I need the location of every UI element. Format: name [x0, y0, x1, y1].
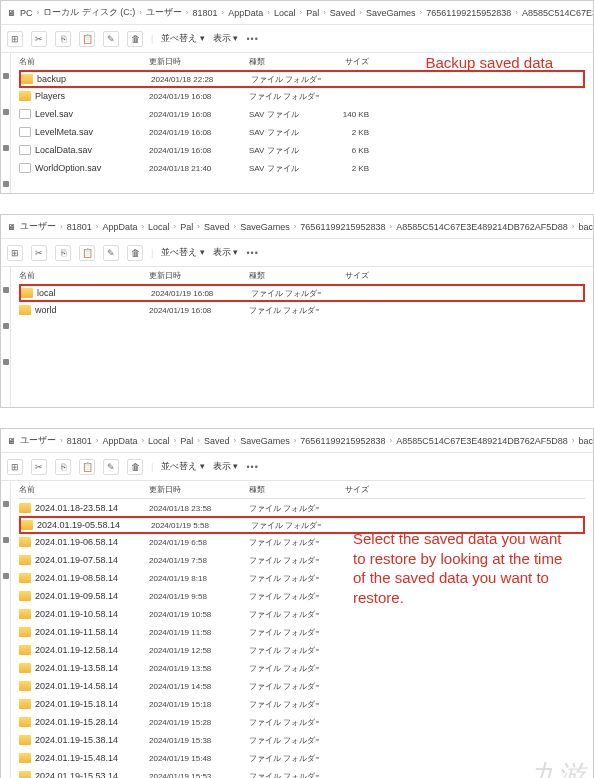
view-button[interactable]: 表示 ▾: [213, 246, 239, 259]
breadcrumb[interactable]: 🖥ユーザー›81801›AppData›Local›Pal›Saved›Save…: [1, 429, 593, 453]
breadcrumb-item[interactable]: 76561199215952838: [300, 436, 385, 446]
breadcrumb-item[interactable]: 81801: [67, 436, 92, 446]
breadcrumb-item[interactable]: backup: [578, 436, 593, 446]
breadcrumb-item[interactable]: ユーザー: [20, 220, 56, 233]
breadcrumb-item[interactable]: ローカル ディスク (C:): [43, 6, 135, 19]
file-row[interactable]: 2024.01.19-13.58.142024/01/19 13:58ファイル …: [19, 659, 585, 677]
breadcrumb-item[interactable]: A8585C514C67E3E489214DB762AF5D88: [396, 222, 568, 232]
file-row[interactable]: world2024/01/19 16:08ファイル フォルダー: [19, 301, 585, 319]
view-button[interactable]: 表示 ▾: [213, 460, 239, 473]
file-type: ファイル フォルダー: [249, 645, 319, 656]
delete-icon[interactable]: 🗑: [127, 31, 143, 47]
file-size: 140 KB: [319, 110, 369, 119]
file-row[interactable]: 2024.01.19-12.58.142024/01/19 12:58ファイル …: [19, 641, 585, 659]
file-row[interactable]: backup2024/01/18 22:28ファイル フォルダー: [19, 70, 585, 88]
file-row[interactable]: Players2024/01/19 16:08ファイル フォルダー: [19, 87, 585, 105]
sort-button[interactable]: 並べ替え ▾: [161, 32, 205, 45]
copy-icon[interactable]: ⎘: [55, 459, 71, 475]
file-row[interactable]: 2024.01.19-10.58.142024/01/19 10:58ファイル …: [19, 605, 585, 623]
breadcrumb-item[interactable]: ユーザー: [146, 6, 182, 19]
new-folder-icon[interactable]: ⊞: [7, 459, 23, 475]
file-name: 2024.01.19-05.58.14: [37, 520, 120, 530]
pc-icon[interactable]: 🖥: [7, 436, 16, 446]
file-row[interactable]: 2024.01.19-15.53.142024/01/19 15:53ファイル …: [19, 767, 585, 778]
breadcrumb-item[interactable]: 76561199215952838: [426, 8, 511, 18]
column-headers[interactable]: 名前更新日時種類サイズ: [19, 481, 585, 499]
sort-button[interactable]: 並べ替え ▾: [161, 246, 205, 259]
file-row[interactable]: WorldOption.sav2024/01/18 21:40SAV ファイル2…: [19, 159, 585, 177]
rename-icon[interactable]: ✎: [103, 459, 119, 475]
file-row[interactable]: 2024.01.19-15.28.142024/01/19 15:28ファイル …: [19, 713, 585, 731]
chevron-right-icon: ›: [197, 222, 200, 231]
file-row[interactable]: 2024.01.19-15.18.142024/01/19 15:18ファイル …: [19, 695, 585, 713]
file-row[interactable]: Level.sav2024/01/19 16:08SAV ファイル140 KB: [19, 105, 585, 123]
paste-icon[interactable]: 📋: [79, 31, 95, 47]
file-row[interactable]: LevelMeta.sav2024/01/19 16:08SAV ファイル2 K…: [19, 123, 585, 141]
breadcrumb-item[interactable]: AppData: [228, 8, 263, 18]
breadcrumb-item[interactable]: 81801: [193, 8, 218, 18]
breadcrumb-item[interactable]: Saved: [204, 222, 230, 232]
cut-icon[interactable]: ✂: [31, 31, 47, 47]
breadcrumb[interactable]: 🖥ユーザー›81801›AppData›Local›Pal›Saved›Save…: [1, 215, 593, 239]
file-row[interactable]: LocalData.sav2024/01/19 16:08SAV ファイル6 K…: [19, 141, 585, 159]
delete-icon[interactable]: 🗑: [127, 459, 143, 475]
delete-icon[interactable]: 🗑: [127, 245, 143, 261]
file-row[interactable]: local2024/01/19 16:08ファイル フォルダー: [19, 284, 585, 302]
breadcrumb-item[interactable]: 76561199215952838: [300, 222, 385, 232]
cut-icon[interactable]: ✂: [31, 459, 47, 475]
breadcrumb-item[interactable]: backup: [578, 222, 593, 232]
chevron-right-icon: ›: [294, 222, 297, 231]
breadcrumb-item[interactable]: A8585C514C67E3E489214DB762AF5D88: [396, 436, 568, 446]
file-list: 名前更新日時種類サイズbackup2024/01/18 22:28ファイル フォ…: [11, 53, 593, 193]
chevron-right-icon: ›: [299, 8, 302, 17]
breadcrumb-item[interactable]: Saved: [204, 436, 230, 446]
breadcrumb-item[interactable]: Saved: [330, 8, 356, 18]
pc-icon[interactable]: 🖥: [7, 222, 16, 232]
paste-icon[interactable]: 📋: [79, 245, 95, 261]
breadcrumb-item[interactable]: ユーザー: [20, 434, 56, 447]
breadcrumb-item[interactable]: A8585C514C67E3E489214DB762AF5D88: [522, 8, 593, 18]
more-button[interactable]: •••: [246, 248, 258, 258]
sort-button[interactable]: 並べ替え ▾: [161, 460, 205, 473]
breadcrumb-item[interactable]: SaveGames: [240, 436, 290, 446]
breadcrumb-item[interactable]: AppData: [102, 222, 137, 232]
breadcrumb-item[interactable]: Pal: [180, 222, 193, 232]
breadcrumb-item[interactable]: 81801: [67, 222, 92, 232]
file-row[interactable]: 2024.01.18-23.58.142024/01/18 23:58ファイル …: [19, 499, 585, 517]
new-folder-icon[interactable]: ⊞: [7, 245, 23, 261]
breadcrumb-item[interactable]: PC: [20, 8, 33, 18]
file-date: 2024/01/19 16:08: [151, 289, 251, 298]
file-row[interactable]: 2024.01.19-15.38.142024/01/19 15:38ファイル …: [19, 731, 585, 749]
rename-icon[interactable]: ✎: [103, 245, 119, 261]
copy-icon[interactable]: ⎘: [55, 31, 71, 47]
more-button[interactable]: •••: [246, 34, 258, 44]
view-button[interactable]: 表示 ▾: [213, 32, 239, 45]
breadcrumb-item[interactable]: SaveGames: [366, 8, 416, 18]
breadcrumb-item[interactable]: Local: [148, 436, 170, 446]
paste-icon[interactable]: 📋: [79, 459, 95, 475]
rename-icon[interactable]: ✎: [103, 31, 119, 47]
file-row[interactable]: 2024.01.19-11.58.142024/01/19 11:58ファイル …: [19, 623, 585, 641]
file-type: SAV ファイル: [249, 109, 319, 120]
breadcrumb-item[interactable]: Local: [148, 222, 170, 232]
breadcrumb-item[interactable]: SaveGames: [240, 222, 290, 232]
breadcrumb[interactable]: 🖥PC›ローカル ディスク (C:)›ユーザー›81801›AppData›Lo…: [1, 1, 593, 25]
new-folder-icon[interactable]: ⊞: [7, 31, 23, 47]
breadcrumb-item[interactable]: Pal: [306, 8, 319, 18]
pc-icon[interactable]: 🖥: [7, 8, 16, 18]
chevron-right-icon: ›: [233, 436, 236, 445]
file-row[interactable]: 2024.01.19-15.48.142024/01/19 15:48ファイル …: [19, 749, 585, 767]
chevron-right-icon: ›: [359, 8, 362, 17]
cut-icon[interactable]: ✂: [31, 245, 47, 261]
column-headers[interactable]: 名前更新日時種類サイズ: [19, 267, 585, 285]
file-row[interactable]: 2024.01.19-14.58.142024/01/19 14:58ファイル …: [19, 677, 585, 695]
file-name: 2024.01.19-12.58.14: [35, 645, 118, 655]
file-name: 2024.01.19-15.18.14: [35, 699, 118, 709]
chevron-right-icon: ›: [139, 8, 142, 17]
copy-icon[interactable]: ⎘: [55, 245, 71, 261]
breadcrumb-item[interactable]: Local: [274, 8, 296, 18]
breadcrumb-item[interactable]: AppData: [102, 436, 137, 446]
file-name: backup: [37, 74, 66, 84]
more-button[interactable]: •••: [246, 462, 258, 472]
breadcrumb-item[interactable]: Pal: [180, 436, 193, 446]
